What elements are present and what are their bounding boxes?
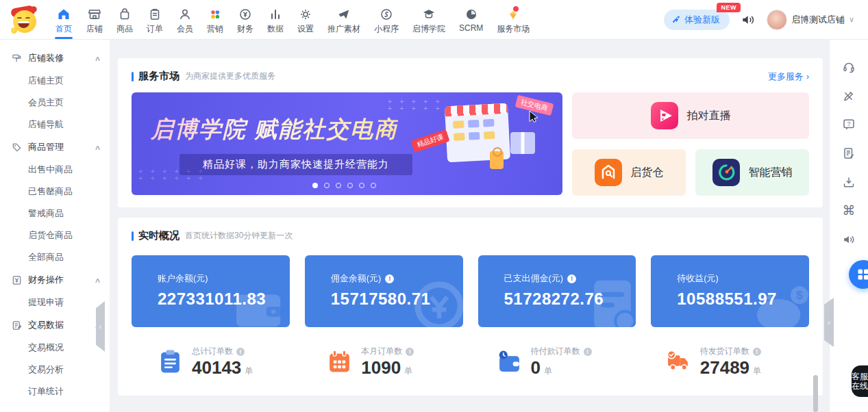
nav-item-service-market[interactable]: 服务市场 (490, 8, 536, 35)
nav-item-settings[interactable]: 设置 (290, 8, 321, 35)
nav-item-miniprogram[interactable]: 小程序 (367, 8, 406, 35)
right-utility-strip: ? ⌘ 客服在线 ‹ (829, 40, 868, 412)
quick-apps-button[interactable] (849, 260, 868, 289)
info-icon[interactable] (236, 348, 245, 356)
nav-item-store[interactable]: 店铺 (79, 8, 110, 35)
decorate-icon (12, 53, 22, 64)
chevron-up-icon: ∧ (94, 144, 101, 151)
sidebar-group-finance-ops[interactable]: 财务操作 ∧ (0, 268, 110, 292)
sidebar-item-shop-home[interactable]: 店铺主页 (0, 70, 110, 92)
service-card-live[interactable]: 拍对直播 (572, 92, 809, 139)
realtime-overview-card: 实时概况 首页统计数据30分钟更新一次 账户余额(元) 227331011.83… (118, 218, 823, 396)
finance-icon (238, 8, 252, 22)
announcement-speaker-icon[interactable] (741, 12, 756, 27)
scrollbar-thumb[interactable] (813, 375, 818, 412)
sidebar-item-trade-overview[interactable]: 交易概况 (0, 337, 110, 359)
sidebar-item-onsale-goods[interactable]: 出售中商品 (0, 159, 110, 181)
stat-unshipped-orders[interactable]: 待发货订单数 27489单 (640, 346, 809, 377)
svg-text:$: $ (796, 288, 803, 302)
service-card-smart-marketing[interactable]: 智能营销 (695, 149, 809, 196)
giftbox-illustration (510, 132, 535, 154)
nav-item-finance[interactable]: 财务 (230, 8, 260, 35)
sidebar-item-member-home[interactable]: 会员主页 (0, 92, 110, 114)
sidebar: 店铺装修 ∧ 店铺主页 会员主页 店铺导航 商品管理 ∧ 出售中商品 已售罄商品… (0, 40, 110, 412)
stat-unpaid-orders[interactable]: 待付款订单数 0单 (471, 346, 640, 377)
customer-service-badge[interactable]: 客服在线 (852, 365, 868, 397)
headset-icon[interactable] (842, 60, 856, 74)
sidebar-collapse-handle[interactable]: ‹ (96, 301, 105, 352)
sidebar-group-shop-decorate[interactable]: 店铺装修 ∧ (0, 47, 110, 70)
stat-total-orders[interactable]: 总计订单数 40143单 (132, 346, 301, 377)
sidebar-group-trade-data[interactable]: 交易数据 ∧ (0, 313, 110, 337)
sidebar-item-warehouse-goods[interactable]: 启货仓商品 (0, 224, 110, 246)
grid-icon (856, 268, 868, 281)
realtime-section-desc: 首页统计数据30分钟更新一次 (185, 230, 293, 242)
service-card-warehouse[interactable]: 启货仓 (572, 149, 686, 196)
goods-manage-icon (12, 142, 22, 153)
nav-item-data[interactable]: 数据 (260, 8, 290, 35)
main-content: 服务市场 为商家提供更多优质服务 更多服务 › + + + + ++ + + +… (110, 40, 829, 412)
nav-item-home[interactable]: 首页 (48, 8, 79, 39)
section-accent-bar (132, 231, 134, 241)
balance-card-pending-income[interactable]: 待收益(元) 10588551.97 $ (651, 255, 809, 327)
truck-icon (666, 349, 691, 374)
nav-item-academy[interactable]: 启博学院 (406, 8, 452, 35)
try-new-version-button[interactable]: 体验新版 NEW (664, 10, 730, 30)
edit-tools-icon[interactable] (842, 89, 856, 103)
info-icon[interactable] (406, 348, 414, 356)
info-icon[interactable] (753, 348, 761, 356)
carousel-dot[interactable] (336, 183, 341, 188)
sidebar-item-order-stats[interactable]: 订单统计 (0, 381, 110, 402)
sidebar-item-withdraw-apply[interactable]: 提现申请 (0, 292, 110, 313)
nav-item-order[interactable]: 订单 (140, 8, 170, 35)
carousel-dot[interactable] (347, 183, 353, 188)
question-icon[interactable]: ? (842, 118, 856, 131)
nav-item-member[interactable]: 会员 (170, 8, 200, 35)
service-cards-column: 拍对直播 启货仓 (572, 92, 809, 196)
sidebar-item-trade-analysis[interactable]: 交易分析 (0, 359, 110, 381)
info-icon[interactable] (584, 348, 592, 356)
shop-name: 启博测试店铺 (791, 14, 845, 26)
nav-item-marketing[interactable]: 营销 (200, 8, 230, 35)
banner-title: 启博学院 赋能社交电商 (151, 114, 398, 145)
carousel-dot[interactable] (359, 183, 364, 188)
nav-item-scrm[interactable]: SCRM (452, 8, 490, 33)
coin-icon (412, 279, 463, 327)
carousel-dot[interactable] (371, 183, 376, 188)
survey-icon[interactable] (842, 146, 856, 160)
app-logo[interactable] (11, 5, 38, 35)
balance-card-commission[interactable]: 佣金余额(元) 15717580.71 (305, 255, 463, 327)
nav-item-promo[interactable]: 推广素材 (321, 8, 367, 35)
sidebar-group-goods-manage[interactable]: 商品管理 ∧ (0, 136, 110, 159)
more-services-link[interactable]: 更多服务 › (768, 70, 809, 83)
download-icon[interactable] (842, 175, 856, 189)
stat-month-orders[interactable]: 本月订单数 1090单 (301, 346, 470, 377)
live-icon (651, 102, 678, 129)
marketing-icon (208, 8, 222, 22)
academy-icon (422, 8, 436, 22)
sidebar-item-shop-nav[interactable]: 店铺导航 (0, 114, 110, 136)
horn-icon[interactable] (842, 233, 856, 246)
info-icon[interactable] (567, 274, 576, 283)
carousel-dot[interactable] (312, 183, 318, 188)
sidebar-item-warning-goods[interactable]: 警戒商品 (0, 203, 110, 224)
balance-card-paid-commission[interactable]: 已支出佣金(元) 51728272.76 (478, 255, 636, 327)
banner-subtitle: 精品好课，助力商家快速提升经营能力 (179, 154, 412, 175)
info-icon[interactable] (385, 274, 394, 283)
carousel-dot[interactable] (324, 183, 330, 188)
balance-card-account[interactable]: 账户余额(元) 227331011.83 (132, 255, 290, 327)
service-section-desc: 为商家提供更多优质服务 (185, 70, 275, 82)
svg-text:?: ? (847, 120, 850, 127)
mouse-cursor (529, 110, 541, 123)
shop-account-menu[interactable]: 启博测试店铺 ∨ (767, 10, 854, 30)
sidebar-item-soldout-goods[interactable]: 已售罄商品 (0, 181, 110, 203)
command-icon[interactable]: ⌘ (842, 204, 856, 218)
order-stats-row: 总计订单数 40143单 本月订单数 1090单 待付款订单数 0单 (132, 346, 809, 377)
service-section-title: 服务市场 (138, 70, 179, 83)
academy-banner[interactable]: + + + + ++ + + + + + + + + + ++ + + + + … (132, 92, 562, 195)
sidebar-item-all-goods[interactable]: 全部商品 (0, 246, 110, 268)
new-badge: NEW (717, 3, 741, 12)
strip-collapse-handle[interactable]: ‹ (824, 298, 834, 347)
nav-item-goods[interactable]: 商品 (110, 8, 140, 35)
promo-icon (337, 8, 351, 22)
